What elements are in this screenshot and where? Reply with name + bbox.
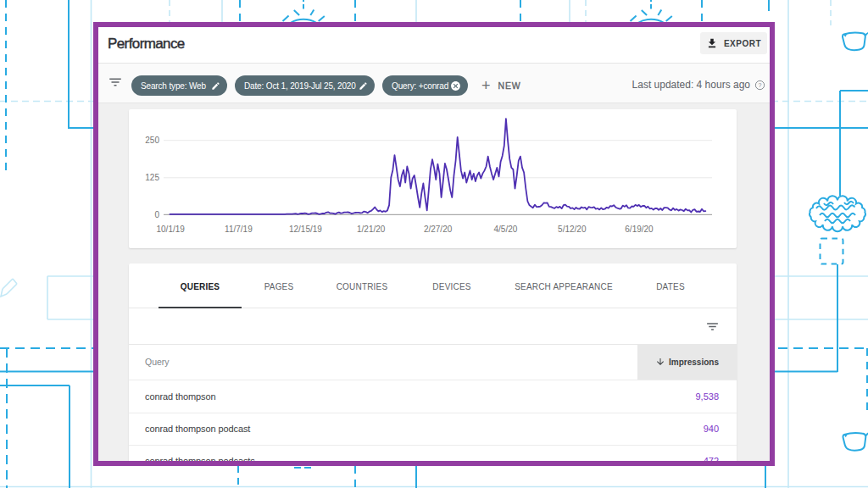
- svg-text:4/5/20: 4/5/20: [493, 225, 517, 234]
- svg-text:0: 0: [154, 210, 159, 219]
- svg-text:6/19/20: 6/19/20: [625, 225, 654, 234]
- svg-text:1/21/20: 1/21/20: [357, 225, 386, 234]
- svg-text:12/15/19: 12/15/19: [289, 225, 322, 234]
- svg-text:250: 250: [145, 136, 159, 145]
- svg-text:5/12/20: 5/12/20: [558, 225, 587, 234]
- svg-text:125: 125: [145, 173, 159, 182]
- svg-text:?: ?: [759, 81, 762, 87]
- svg-text:10/1/19: 10/1/19: [157, 225, 186, 234]
- svg-text:11/7/19: 11/7/19: [225, 225, 253, 234]
- svg-text:2/27/20: 2/27/20: [424, 225, 453, 234]
